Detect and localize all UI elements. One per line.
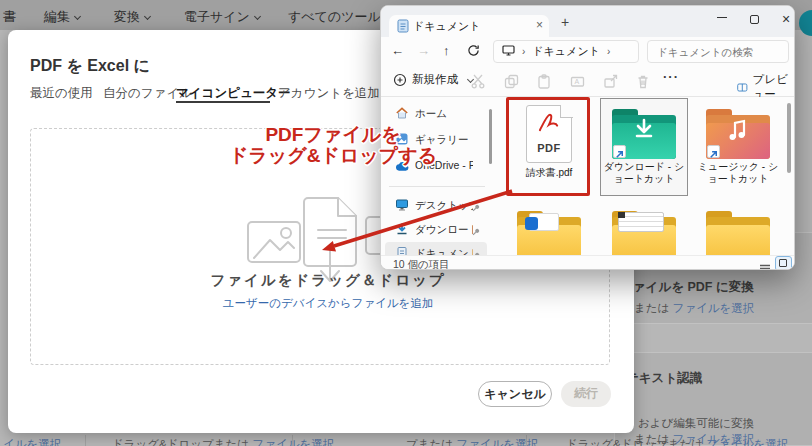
- bg-card-create-pdf-title: ファイルを PDF に変換: [620, 279, 754, 296]
- delete-icon[interactable]: [636, 74, 650, 93]
- downloads-shortcut-folder-icon: [612, 109, 676, 159]
- pin-icon: [471, 223, 481, 241]
- shortcut-arrow-icon: [613, 145, 626, 158]
- svg-text:A: A: [575, 78, 580, 85]
- forward-icon[interactable]: →: [417, 43, 430, 58]
- file-item-folder-1[interactable]: [506, 201, 592, 257]
- tab-add-account[interactable]: アカウントを追加: [278, 85, 380, 102]
- file-select-link: ファイルを選択: [673, 302, 755, 314]
- menu-item-document: 書: [3, 8, 16, 26]
- menu-item-convert: 変換: [114, 8, 150, 26]
- desktop-icon: [395, 198, 409, 216]
- empty-folder-icon: [706, 211, 770, 261]
- bg-card-create-pdf-hint: または ファイルを選択: [634, 301, 754, 316]
- chevron-down-icon: [144, 13, 151, 20]
- new-item-button[interactable]: 新規作成: [393, 72, 473, 87]
- cut-icon[interactable]: [471, 74, 485, 93]
- bg-card-ocr-title: テキスト認識: [626, 370, 702, 387]
- document-icon: [397, 19, 409, 37]
- paste-icon[interactable]: [537, 74, 551, 93]
- back-icon[interactable]: ←: [391, 43, 404, 58]
- tab-close-icon[interactable]: ×: [536, 18, 543, 32]
- dropzone-title: ファイルをドラッグ＆ドロップ: [120, 271, 536, 290]
- share-icon[interactable]: [603, 74, 618, 93]
- chevron-right-icon: ›: [522, 46, 525, 57]
- cancel-button[interactable]: キャンセル: [478, 381, 552, 407]
- annotation-text: PDFファイルを ドラッグ&ドロップする: [228, 124, 438, 166]
- tab-my-computer[interactable]: マイコンピューター: [176, 85, 291, 102]
- tab-title: ドキュメント: [413, 19, 481, 34]
- explorer-statusbar: 10 個の項目: [381, 255, 794, 270]
- close-button[interactable]: ×: [775, 10, 795, 30]
- menu-item-edit: 編集: [44, 8, 80, 26]
- folder-with-documents-icon: [517, 211, 581, 261]
- add-files-from-device-link[interactable]: ユーザーのデバイスからファイルを追加: [120, 296, 536, 311]
- breadcrumb[interactable]: › ドキュメント ›: [493, 40, 639, 63]
- file-select-link: ファイルを選択: [252, 438, 334, 446]
- files-scrollbar[interactable]: [787, 103, 791, 173]
- sidebar-item-home[interactable]: ホーム: [385, 102, 487, 124]
- breadcrumb-documents[interactable]: ドキュメント: [532, 44, 600, 59]
- refresh-icon[interactable]: [467, 44, 480, 60]
- explorer-tabstrip: ドキュメント × + ×: [381, 6, 794, 37]
- divider: [526, 435, 527, 446]
- explorer-navrow: ← → ↑ › ドキュメント ›: [381, 37, 794, 66]
- this-pc-icon: [502, 45, 515, 58]
- menu-item-all-tools: すべてのツール: [288, 8, 381, 26]
- divider: [292, 435, 293, 446]
- bottom-hint-4: ドラッグ&ドロップまたは ファイルを選択: [566, 437, 788, 446]
- folder-with-spreadsheet-icon: [612, 211, 676, 261]
- page-title: PDF を Excel に: [30, 56, 150, 77]
- annotation-highlight-box: [506, 97, 590, 196]
- chevron-down-icon: [254, 13, 261, 20]
- file-select-link: イルを選択: [3, 438, 61, 446]
- floating-action-button: [799, 10, 812, 36]
- item-count: 10 個の項目: [393, 258, 450, 270]
- maximize-button[interactable]: [743, 10, 765, 30]
- explorer-tab-documents[interactable]: ドキュメント ×: [389, 15, 549, 37]
- bg-card-ocr-desc: および編集可能に変換: [638, 416, 754, 431]
- tab-recent[interactable]: 最近の使用: [30, 85, 93, 102]
- file-item-music-shortcut[interactable]: ミュージック - ショートカット: [695, 99, 781, 195]
- music-shortcut-folder-icon: [706, 109, 770, 159]
- file-name: ダウンロード - ショートカット: [602, 161, 686, 185]
- chevron-down-icon: [74, 13, 81, 20]
- home-icon: [395, 106, 409, 124]
- up-icon[interactable]: ↑: [443, 43, 450, 58]
- bottom-hint-3: プまたは ファイルを選択: [406, 437, 538, 446]
- file-select-link: ファイルを選択: [706, 438, 788, 446]
- bottom-hint-1: イルを選択: [3, 437, 61, 446]
- bottom-hint-2: ドラッグ&ドロップまたは ファイルを選択: [112, 437, 334, 446]
- active-tab-underline: [176, 101, 270, 103]
- plus-circle-icon: [393, 73, 407, 87]
- chevron-right-icon: ›: [607, 46, 610, 57]
- file-item-folder-3[interactable]: [695, 201, 781, 257]
- large-icons-view-icon[interactable]: [775, 256, 792, 270]
- shortcut-arrow-icon: [707, 145, 720, 158]
- search-input[interactable]: [648, 41, 788, 62]
- new-tab-button[interactable]: +: [561, 14, 569, 30]
- search-box[interactable]: [647, 40, 789, 63]
- file-item-folder-2[interactable]: [601, 201, 687, 257]
- pin-icon: [471, 199, 481, 217]
- minimize-button[interactable]: [711, 10, 733, 30]
- sidebar-divider: [389, 186, 485, 187]
- file-name: ミュージック - ショートカット: [696, 161, 780, 185]
- screen: 書 編集 変換 電子サイン すべてのツール ファイルを PDF に変換 または …: [0, 0, 812, 446]
- download-icon: [395, 222, 409, 240]
- copy-icon[interactable]: [504, 74, 519, 93]
- more-options-icon[interactable]: ···: [663, 69, 679, 84]
- continue-button[interactable]: 続行: [561, 381, 611, 407]
- divider: [85, 435, 86, 446]
- sidebar-scrollbar[interactable]: [489, 109, 492, 164]
- sidebar-item-downloads[interactable]: ダウンロード: [385, 218, 487, 240]
- list-view-icon[interactable]: [759, 259, 771, 270]
- preview-pane-icon: [737, 81, 748, 94]
- explorer-toolbar: 新規作成 A ··· プレビュー: [381, 66, 794, 97]
- menu-item-esign: 電子サイン: [184, 8, 260, 26]
- sidebar-item-desktop[interactable]: デスクトップ: [385, 194, 487, 216]
- file-item-downloads-shortcut[interactable]: ダウンロード - ショートカット: [601, 99, 687, 195]
- rename-icon[interactable]: A: [570, 74, 585, 93]
